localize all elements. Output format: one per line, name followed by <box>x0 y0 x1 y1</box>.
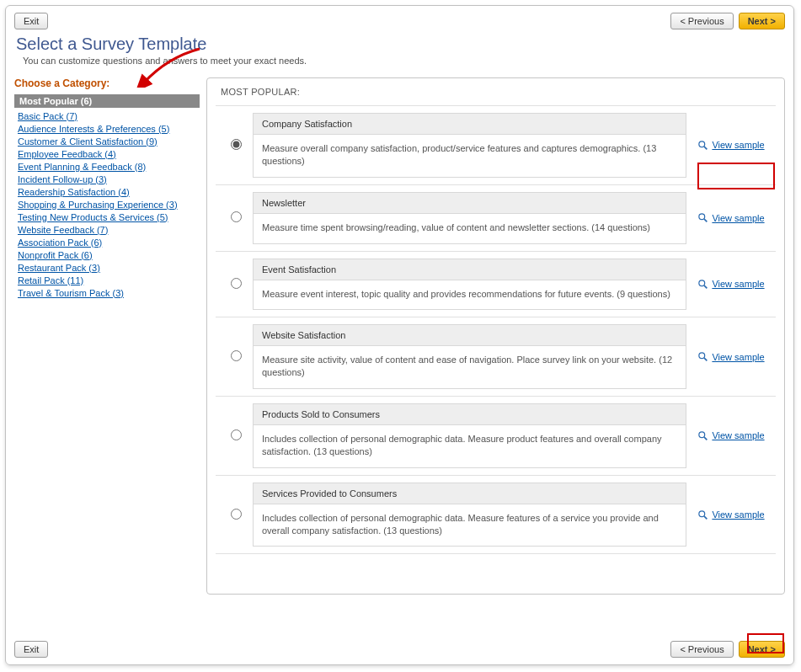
view-sample-link[interactable]: View sample <box>712 352 764 362</box>
svg-point-2 <box>699 214 705 220</box>
category-link[interactable]: Nonprofit Pack (6) <box>14 248 200 261</box>
template-title: Products Sold to Consumers <box>254 404 686 425</box>
dialog-frame: Exit < Previous Next > Select a Survey T… <box>5 5 794 665</box>
view-sample-link[interactable]: View sample <box>712 279 764 289</box>
template-desc: Measure event interest, topic quality an… <box>254 280 686 310</box>
exit-button-bottom[interactable]: Exit <box>14 641 48 658</box>
template-radio[interactable] <box>231 429 242 440</box>
category-link[interactable]: Shopping & Purchasing Experience (3) <box>14 198 200 211</box>
category-link[interactable]: Travel & Tourism Pack (3) <box>14 286 200 299</box>
template-title: Company Satisfaction <box>254 114 686 135</box>
svg-point-6 <box>699 353 705 359</box>
template-desc: Includes collection of personal demograp… <box>254 425 686 467</box>
template-radio[interactable] <box>231 278 242 289</box>
svg-line-9 <box>705 437 708 440</box>
category-link[interactable]: Basic Pack (7) <box>14 109 200 122</box>
category-link[interactable]: Incident Follow-up (3) <box>14 173 200 185</box>
magnifier-icon <box>697 509 708 520</box>
magnifier-icon <box>697 279 708 290</box>
category-link[interactable]: Employee Feedback (4) <box>14 147 200 160</box>
category-link[interactable]: Retail Pack (11) <box>14 274 200 286</box>
category-link[interactable]: Customer & Client Satisfaction (9) <box>14 135 200 147</box>
svg-line-11 <box>705 516 708 519</box>
template-radio[interactable] <box>231 211 242 222</box>
category-link[interactable]: Event Planning & Feedback (8) <box>14 160 200 173</box>
template-title: Newsletter <box>254 193 686 214</box>
svg-point-10 <box>699 510 705 516</box>
next-button-top[interactable]: Next > <box>739 13 785 29</box>
magnifier-icon <box>697 140 708 151</box>
view-sample-link[interactable]: View sample <box>712 213 764 223</box>
bottom-toolbar: Exit < Previous Next > <box>14 641 785 658</box>
svg-point-0 <box>699 141 705 147</box>
view-sample-link[interactable]: View sample <box>712 140 764 150</box>
template-title: Event Satisfaction <box>254 259 686 280</box>
category-link[interactable]: Readership Satisfaction (4) <box>14 185 200 198</box>
template-row: Company Satisfaction Measure overall com… <box>216 105 776 184</box>
svg-point-4 <box>699 280 705 286</box>
svg-line-1 <box>705 147 708 149</box>
template-row: Event Satisfaction Measure event interes… <box>216 251 776 317</box>
template-desc: Measure site activity, value of content … <box>254 346 686 388</box>
view-sample-link[interactable]: View sample <box>712 509 764 520</box>
category-link[interactable]: Testing New Products & Services (5) <box>14 211 200 223</box>
view-sample-link[interactable]: View sample <box>712 430 764 440</box>
magnifier-icon <box>697 430 708 441</box>
svg-line-7 <box>705 358 708 360</box>
category-sidebar: Choose a Category: Most Popular (6) Basi… <box>14 77 200 595</box>
template-radio[interactable] <box>231 350 242 361</box>
category-active[interactable]: Most Popular (6) <box>14 94 200 108</box>
page-title: Select a Survey Template <box>16 35 785 54</box>
template-title: Services Provided to Consumers <box>254 483 686 504</box>
page-subtitle: You can customize questions and answers … <box>23 56 785 66</box>
panel-header: MOST POPULAR: <box>221 87 771 97</box>
template-panel: MOST POPULAR: Company Satisfaction Measu… <box>206 77 785 595</box>
template-title: Website Satisfaction <box>254 325 686 346</box>
template-desc: Measure overall company satisfaction, pr… <box>254 135 686 177</box>
sidebar-heading: Choose a Category: <box>14 77 200 89</box>
template-row: Website Satisfaction Measure site activi… <box>216 317 776 396</box>
category-link[interactable]: Audience Interests & Preferences (5) <box>14 122 200 135</box>
template-radio[interactable] <box>231 509 242 520</box>
magnifier-icon <box>697 212 708 223</box>
template-desc: Includes collection of personal demograp… <box>254 504 686 547</box>
content-row: Choose a Category: Most Popular (6) Basi… <box>14 77 785 595</box>
magnifier-icon <box>697 351 708 362</box>
category-link[interactable]: Restaurant Pack (3) <box>14 261 200 274</box>
previous-button-top[interactable]: < Previous <box>670 13 733 29</box>
next-button-bottom[interactable]: Next > <box>739 641 785 658</box>
previous-button-bottom[interactable]: < Previous <box>670 641 733 658</box>
svg-point-8 <box>699 432 705 438</box>
template-row: Services Provided to Consumers Includes … <box>216 475 776 555</box>
svg-line-3 <box>705 219 708 221</box>
category-link[interactable]: Website Feedback (7) <box>14 223 200 236</box>
exit-button-top[interactable]: Exit <box>14 13 48 29</box>
template-desc: Measure time spent browsing/reading, val… <box>254 214 686 243</box>
template-row: Products Sold to Consumers Includes coll… <box>216 396 776 475</box>
template-radio[interactable] <box>231 139 242 150</box>
category-link[interactable]: Association Pack (6) <box>14 236 200 248</box>
top-toolbar: Exit < Previous Next > <box>14 13 785 29</box>
svg-line-5 <box>705 285 708 288</box>
template-row: Newsletter Measure time spent browsing/r… <box>216 184 776 251</box>
